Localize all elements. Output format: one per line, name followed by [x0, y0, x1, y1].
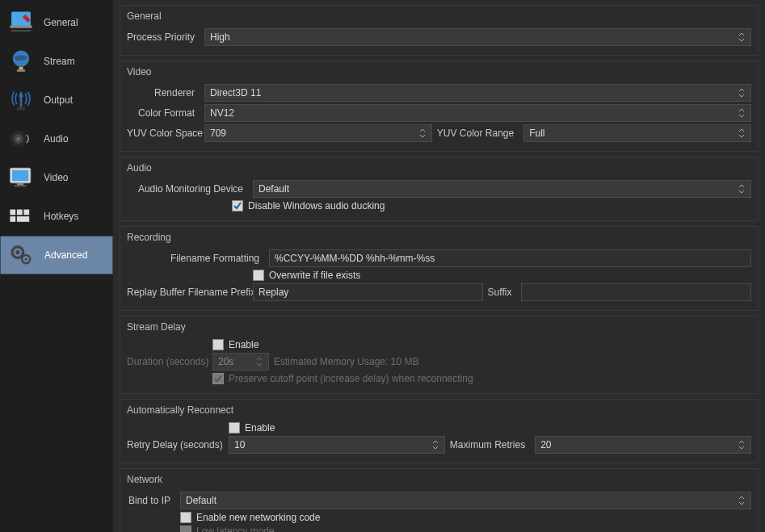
svg-point-9 — [16, 136, 20, 140]
memory-usage-label: Estimated Memory Usage: 10 MB — [274, 356, 423, 367]
svg-point-5 — [19, 94, 23, 98]
bind-ip-select[interactable]: Default — [180, 492, 751, 509]
sidebar-item-label: Video — [44, 172, 68, 183]
filename-formatting-input[interactable]: %CCYY-%MM-%DD %hh-%mm-%ss — [269, 249, 751, 267]
process-priority-select[interactable]: High — [204, 28, 751, 46]
low-latency-label: Low latency mode — [196, 526, 275, 532]
svg-rect-1 — [10, 25, 32, 27]
preserve-cutoff-checkbox[interactable] — [212, 373, 224, 384]
settings-sidebar: General Stream Output Audio Video Hotkey… — [0, 0, 113, 532]
group-title: Automatically Reconnect — [127, 403, 751, 417]
new-networking-checkbox[interactable] — [180, 512, 191, 523]
svg-point-20 — [15, 250, 19, 254]
sidebar-item-audio[interactable]: Audio — [0, 119, 113, 158]
svg-rect-14 — [10, 210, 15, 216]
stepper-icon — [738, 493, 749, 508]
svg-rect-17 — [10, 216, 15, 222]
svg-rect-15 — [17, 210, 23, 216]
group-title: General — [127, 9, 751, 23]
stepper-icon — [738, 106, 749, 120]
sidebar-item-output[interactable]: Output — [0, 81, 113, 119]
disable-ducking-checkbox[interactable] — [232, 200, 243, 212]
stream-delay-enable-checkbox[interactable] — [212, 339, 224, 350]
sidebar-item-label: Hotkeys — [44, 211, 78, 222]
replay-prefix-input[interactable]: Replay — [253, 283, 483, 301]
wrench-icon — [5, 6, 37, 39]
replay-prefix-label: Replay Buffer Filename Prefix — [127, 287, 248, 298]
sidebar-item-label: Output — [44, 94, 73, 106]
sidebar-item-stream[interactable]: Stream — [0, 42, 113, 81]
monitoring-device-select[interactable]: Default — [253, 180, 751, 198]
sidebar-item-label: Stream — [44, 56, 75, 67]
group-title: Network — [127, 472, 751, 487]
group-video: Video Renderer Direct3D 11 Color Format … — [120, 61, 759, 152]
sidebar-item-label: Advanced — [44, 249, 87, 261]
speaker-icon — [5, 123, 37, 155]
suffix-input[interactable] — [521, 283, 751, 301]
svg-rect-12 — [17, 183, 24, 186]
max-retries-label: Maximum Retries — [450, 439, 530, 450]
stepper-icon — [738, 126, 749, 140]
stepper-icon — [431, 438, 443, 452]
sidebar-item-label: Audio — [44, 133, 69, 145]
max-retries-spinner[interactable]: 20 — [535, 436, 751, 454]
overwrite-checkbox[interactable] — [253, 270, 264, 281]
suffix-label: Suffix — [488, 287, 517, 298]
group-title: Recording — [127, 230, 751, 245]
settings-main: General Process Priority High Video Rend… — [113, 0, 765, 532]
sidebar-item-general[interactable]: General — [0, 3, 113, 42]
reconnect-enable-label: Enable — [245, 422, 275, 434]
bind-ip-label: Bind to IP — [127, 495, 175, 506]
color-format-select[interactable]: NV12 — [204, 104, 751, 122]
process-priority-label: Process Priority — [127, 31, 200, 43]
duration-spinner[interactable]: 20s — [212, 353, 269, 371]
group-stream-delay: Stream Delay Enable Duration (seconds) 2… — [120, 316, 759, 394]
yuv-space-select[interactable]: 709 — [204, 124, 432, 142]
stepper-icon — [738, 438, 749, 452]
svg-rect-3 — [19, 67, 23, 69]
retry-delay-label: Retry Delay (seconds) — [127, 439, 224, 450]
group-reconnect: Automatically Reconnect Enable Retry Del… — [120, 399, 759, 463]
sidebar-item-advanced[interactable]: Advanced — [0, 236, 113, 274]
stepper-icon — [255, 354, 267, 369]
new-networking-label: Enable new networking code — [196, 512, 320, 523]
low-latency-checkbox[interactable] — [180, 526, 191, 532]
duration-label: Duration (seconds) — [127, 356, 208, 367]
group-general: General Process Priority High — [120, 5, 759, 56]
group-network: Network Bind to IP Default Enable new ne… — [120, 468, 759, 532]
gears-icon — [6, 239, 38, 271]
group-title: Video — [127, 65, 751, 79]
retry-delay-spinner[interactable]: 10 — [229, 436, 445, 454]
group-title: Stream Delay — [127, 320, 751, 334]
stream-delay-enable-label: Enable — [229, 339, 259, 350]
overwrite-label: Overwrite if file exists — [269, 270, 360, 281]
monitoring-device-label: Audio Monitoring Device — [127, 183, 248, 195]
yuv-range-label: YUV Color Range — [437, 128, 519, 139]
svg-rect-13 — [15, 185, 27, 186]
monitor-icon — [5, 161, 37, 194]
svg-point-22 — [24, 258, 27, 260]
yuv-range-select[interactable]: Full — [523, 124, 751, 142]
svg-rect-4 — [17, 69, 25, 72]
keyboard-icon — [5, 200, 37, 232]
color-format-label: Color Format — [127, 107, 200, 119]
group-recording: Recording Filename Formatting %CCYY-%MM-… — [120, 226, 759, 311]
stepper-icon — [738, 30, 749, 44]
globe-icon — [5, 45, 37, 77]
svg-rect-16 — [23, 210, 29, 216]
group-title: Audio — [127, 161, 751, 175]
stepper-icon — [738, 182, 749, 196]
sidebar-item-hotkeys[interactable]: Hotkeys — [0, 197, 113, 236]
group-audio: Audio Audio Monitoring Device Default Di… — [120, 157, 759, 221]
filename-formatting-label: Filename Formatting — [127, 253, 264, 264]
preserve-cutoff-label: Preserve cutoff point (increase delay) w… — [229, 373, 473, 384]
renderer-label: Renderer — [127, 87, 200, 98]
reconnect-enable-checkbox[interactable] — [229, 422, 240, 434]
yuv-space-label: YUV Color Space — [127, 128, 200, 139]
antenna-icon — [5, 84, 37, 116]
svg-rect-18 — [17, 216, 29, 222]
renderer-select[interactable]: Direct3D 11 — [204, 84, 751, 102]
stepper-icon — [418, 126, 430, 140]
sidebar-item-video[interactable]: Video — [0, 158, 113, 197]
stepper-icon — [738, 86, 749, 100]
